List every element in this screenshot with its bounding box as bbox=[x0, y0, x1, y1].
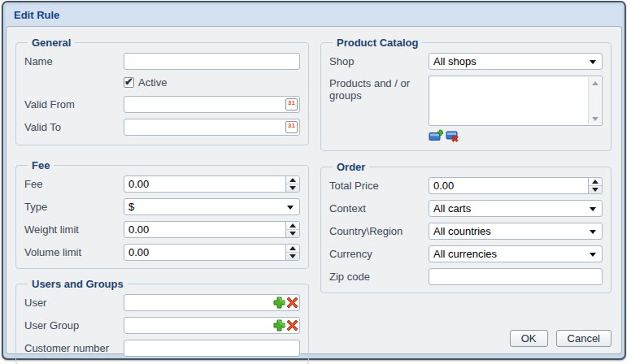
chevron-down-icon bbox=[590, 207, 596, 211]
shop-select[interactable]: All shops bbox=[429, 53, 603, 70]
arrow-down-icon bbox=[592, 117, 598, 121]
context-row: Context All carts bbox=[329, 200, 603, 217]
shop-label: Shop bbox=[329, 55, 429, 67]
ok-button[interactable]: OK bbox=[510, 330, 548, 347]
active-row: ✔ Active bbox=[24, 76, 300, 89]
valid-to-input[interactable] bbox=[124, 119, 300, 136]
user-label: User bbox=[24, 297, 124, 309]
order-legend: Order bbox=[333, 161, 369, 173]
delete-icon[interactable] bbox=[286, 319, 298, 332]
weight-limit-row: Weight limit bbox=[24, 221, 300, 238]
add-icon[interactable] bbox=[273, 319, 285, 332]
spin-up-button[interactable] bbox=[286, 222, 299, 230]
user-group-row: User Group bbox=[24, 317, 300, 334]
volume-limit-input[interactable] bbox=[124, 244, 300, 261]
context-label: Context bbox=[329, 202, 429, 214]
spin-up-button[interactable] bbox=[286, 245, 299, 253]
valid-from-input[interactable] bbox=[124, 96, 300, 113]
chevron-down-icon bbox=[590, 230, 596, 234]
fee-fieldset: Fee Fee Type $ bbox=[15, 159, 309, 269]
spin-down-button[interactable] bbox=[286, 184, 299, 192]
name-label: Name bbox=[24, 55, 124, 67]
fee-label: Fee bbox=[24, 178, 124, 190]
type-row: Type $ bbox=[24, 198, 300, 215]
products-label: Products and / or groups bbox=[329, 76, 429, 102]
spin-up-button[interactable] bbox=[286, 176, 299, 184]
valid-from-label: Valid From bbox=[24, 98, 124, 110]
checkmark-icon: ✔ bbox=[124, 76, 133, 88]
button-bar: OK Cancel bbox=[510, 330, 611, 347]
spin-down-button[interactable] bbox=[286, 230, 299, 237]
type-select[interactable]: $ bbox=[124, 198, 300, 215]
remove-product-icon[interactable] bbox=[446, 129, 460, 142]
name-row: Name bbox=[24, 53, 300, 70]
volume-limit-label: Volume limit bbox=[24, 246, 124, 258]
country-region-select[interactable]: All countries bbox=[429, 223, 603, 240]
dialog-title: Edit Rule bbox=[14, 9, 59, 21]
arrow-up-icon bbox=[592, 81, 598, 85]
weight-limit-label: Weight limit bbox=[24, 223, 124, 236]
arrow-down-icon bbox=[289, 186, 296, 190]
shop-row: Shop All shops bbox=[329, 53, 603, 70]
user-group-label: User Group bbox=[24, 319, 124, 332]
general-fieldset: General Name ✔ Active bbox=[15, 37, 309, 145]
chevron-down-icon bbox=[590, 253, 596, 257]
valid-to-row: Valid To 31 bbox=[24, 119, 300, 136]
user-row: User bbox=[24, 294, 300, 311]
zip-code-input[interactable] bbox=[429, 268, 603, 285]
calendar-icon[interactable]: 31 bbox=[285, 98, 298, 110]
scroll-up-button[interactable] bbox=[589, 77, 601, 89]
products-row: Products and / or groups bbox=[329, 76, 603, 142]
products-listbox[interactable] bbox=[429, 76, 603, 126]
active-checkbox[interactable]: ✔ bbox=[124, 77, 134, 88]
fee-legend: Fee bbox=[28, 159, 54, 171]
volume-limit-row: Volume limit bbox=[24, 244, 300, 261]
product-catalog-legend: Product Catalog bbox=[333, 37, 422, 49]
delete-icon[interactable] bbox=[286, 297, 298, 309]
general-legend: General bbox=[28, 37, 75, 49]
product-catalog-fieldset: Product Catalog Shop All shops Products … bbox=[320, 37, 611, 151]
arrow-up-icon bbox=[592, 180, 598, 184]
cancel-button[interactable]: Cancel bbox=[556, 330, 611, 347]
users-groups-fieldset: Users and Groups User User Group bbox=[15, 278, 309, 364]
arrow-down-icon bbox=[289, 232, 296, 236]
zip-code-label: Zip code bbox=[329, 271, 429, 283]
chevron-down-icon bbox=[287, 206, 294, 210]
total-price-row: Total Price bbox=[329, 177, 603, 194]
currency-row: Currency All currencies bbox=[329, 245, 603, 262]
currency-label: Currency bbox=[329, 248, 429, 260]
dialog-content: General Name ✔ Active bbox=[6, 26, 622, 354]
valid-from-row: Valid From 31 bbox=[24, 96, 300, 113]
context-select[interactable]: All carts bbox=[429, 200, 603, 217]
add-icon[interactable] bbox=[273, 297, 285, 309]
zip-code-row: Zip code bbox=[329, 268, 603, 285]
fee-input[interactable] bbox=[124, 176, 300, 193]
arrow-up-icon bbox=[289, 223, 296, 228]
total-price-input[interactable] bbox=[429, 177, 603, 194]
customer-number-input[interactable] bbox=[124, 340, 300, 357]
name-input[interactable] bbox=[124, 53, 300, 70]
arrow-down-icon bbox=[592, 188, 598, 192]
arrow-up-icon bbox=[289, 246, 296, 250]
country-region-row: Country\Region All countries bbox=[329, 223, 603, 240]
calendar-icon[interactable]: 31 bbox=[285, 121, 298, 133]
active-label: Active bbox=[138, 76, 167, 89]
add-product-icon[interactable] bbox=[429, 129, 443, 142]
users-groups-legend: Users and Groups bbox=[28, 278, 128, 290]
dialog-titlebar[interactable]: Edit Rule bbox=[6, 5, 622, 26]
spin-down-button[interactable] bbox=[589, 186, 602, 193]
arrow-down-icon bbox=[289, 254, 296, 258]
scroll-down-button[interactable] bbox=[589, 113, 601, 124]
edit-rule-dialog: Edit Rule General Name ✔ bbox=[2, 1, 626, 360]
spin-up-button[interactable] bbox=[589, 178, 602, 186]
type-label: Type bbox=[24, 201, 124, 213]
customer-number-label: Customer number bbox=[24, 342, 124, 354]
spin-down-button[interactable] bbox=[286, 253, 299, 260]
weight-limit-input[interactable] bbox=[124, 221, 300, 238]
listbox-scrollbar[interactable] bbox=[588, 77, 601, 124]
currency-select[interactable]: All currencies bbox=[429, 245, 603, 262]
arrow-up-icon bbox=[289, 178, 296, 182]
country-region-label: Country\Region bbox=[329, 225, 429, 237]
total-price-label: Total Price bbox=[329, 180, 429, 192]
fee-row: Fee bbox=[24, 176, 300, 193]
